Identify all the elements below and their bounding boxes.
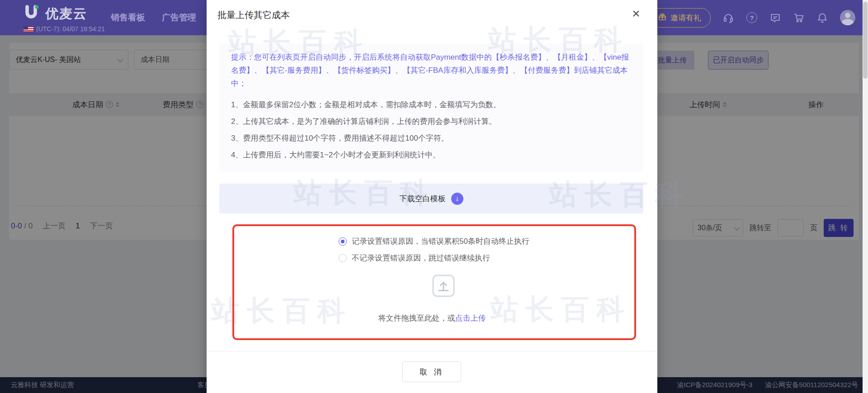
- brand-logo-icon: [22, 4, 41, 24]
- timezone-text: (UTC-7): 04/07 18:54:21: [36, 25, 105, 33]
- invite-label: 邀请有礼: [670, 13, 701, 23]
- close-icon[interactable]: ×: [627, 5, 645, 23]
- upload-instructions: 提示：您可在列表页开启自动同步，开启后系统将自动获取Payment数据中的【秒杀…: [219, 43, 643, 172]
- message-icon[interactable]: [769, 12, 781, 24]
- download-template-label: 下载空白模板: [400, 194, 446, 204]
- radio-skip-errors-label: 不记录设置错误原因，跳过错误继续执行: [352, 253, 490, 263]
- note-4: 4、上传费用后，大约需要1~2个小时才会更新到利润统计中。: [231, 147, 632, 163]
- help-icon[interactable]: ?: [746, 12, 758, 24]
- nav-ad-management[interactable]: 广告管理: [162, 12, 196, 24]
- us-flag-icon: [24, 26, 33, 32]
- upload-file-icon[interactable]: [432, 274, 455, 299]
- radio-unselected-icon[interactable]: [339, 254, 347, 262]
- cart-icon[interactable]: [793, 12, 805, 24]
- note-1: 1、金额最多保留2位小数；金额是相对成本，需扣除成本时，金额填写为负数。: [231, 96, 632, 113]
- nav-sales-dashboard[interactable]: 销售看板: [111, 12, 145, 24]
- dropzone-text[interactable]: 将文件拖拽至此处，或点击上传: [207, 313, 657, 323]
- user-avatar[interactable]: [840, 10, 855, 25]
- help-glyph: ?: [750, 14, 754, 22]
- gift-icon: [658, 12, 667, 24]
- scrollbar[interactable]: [863, 0, 868, 393]
- invite-button[interactable]: 邀请有礼: [648, 8, 711, 28]
- scrollbar-thumb[interactable]: [863, 2, 868, 79]
- note-2: 2、上传其它成本，是为了准确的计算店铺利润，上传的费用会参与利润计算。: [231, 113, 632, 130]
- bell-icon[interactable]: [816, 12, 828, 24]
- auto-sync-hint: 提示：您可在列表页开启自动同步，开启后系统将自动获取Payment数据中的【秒杀…: [231, 51, 632, 90]
- radio-record-errors[interactable]: 记录设置错误原因，当错误累积50条时自动终止执行: [339, 236, 529, 246]
- radio-record-errors-label: 记录设置错误原因，当错误累积50条时自动终止执行: [352, 236, 529, 246]
- header-actions: 邀请有礼 ?: [648, 0, 855, 35]
- batch-upload-modal: 批量上传其它成本 × 提示：您可在列表页开启自动同步，开启后系统将自动获取Pay…: [207, 0, 657, 393]
- brand[interactable]: 优麦云: [22, 4, 87, 24]
- click-upload-link[interactable]: 点击上传: [455, 314, 486, 322]
- brand-name: 优麦云: [45, 5, 87, 23]
- download-icon: ↓: [451, 193, 463, 205]
- support-headset-icon[interactable]: [722, 12, 734, 24]
- page: 优麦云 (UTC-7): 04/07 18:54:21 销售看板 广告管理 邀请…: [0, 0, 868, 393]
- radio-skip-errors[interactable]: 不记录设置错误原因，跳过错误继续执行: [339, 253, 490, 263]
- download-template-button[interactable]: 下载空白模板 ↓: [219, 184, 643, 213]
- drag-hint-text: 将文件拖拽至此处，或: [378, 314, 455, 322]
- modal-title: 批量上传其它成本: [217, 9, 290, 21]
- cancel-button[interactable]: 取 消: [402, 361, 461, 382]
- modal-footer-divider: [207, 351, 657, 351]
- radio-selected-icon[interactable]: [339, 237, 347, 246]
- timezone-clock: (UTC-7): 04/07 18:54:21: [24, 25, 105, 33]
- note-3: 3、费用类型不得超过10个字符，费用描述不得超过100个字符。: [231, 130, 632, 147]
